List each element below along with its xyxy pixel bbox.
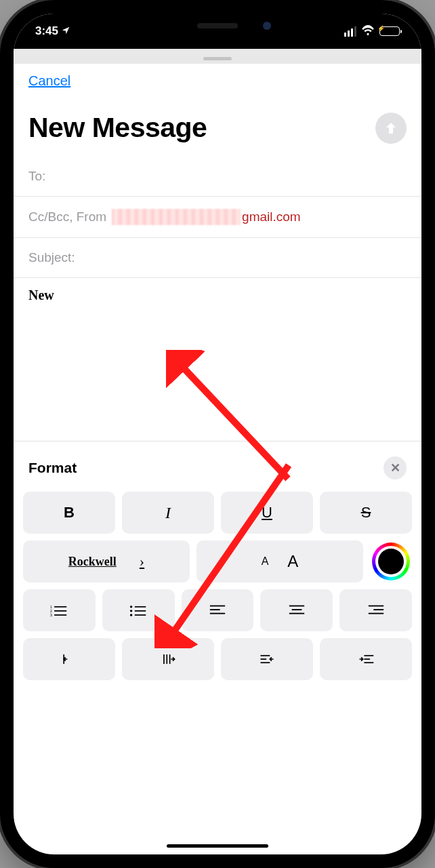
format-panel-title: Format — [28, 460, 77, 476]
bullet-list-icon — [129, 604, 147, 617]
color-swatch-icon — [378, 549, 404, 574]
svg-text:3: 3 — [50, 613, 52, 617]
format-keyboard: B I U S Rockwell › A A — [14, 489, 421, 688]
bullet-list-button[interactable] — [102, 589, 175, 631]
location-icon — [61, 26, 70, 37]
font-size-small-icon: A — [262, 555, 269, 568]
underline-button[interactable]: U — [221, 492, 313, 534]
indent-button[interactable] — [122, 638, 214, 680]
align-right-icon — [367, 604, 385, 617]
notch — [140, 14, 295, 38]
arrow-up-icon — [383, 120, 399, 136]
home-indicator[interactable] — [167, 844, 268, 848]
cancel-button[interactable]: Cancel — [28, 73, 70, 88]
align-center-icon — [288, 604, 306, 617]
status-time: 3:45 — [35, 24, 58, 38]
sheet-grabber[interactable] — [203, 57, 232, 60]
align-left-icon — [209, 604, 226, 617]
subject-label: Subject: — [28, 250, 75, 265]
close-format-button[interactable]: ✕ — [384, 456, 407, 479]
cellular-icon — [344, 26, 357, 37]
body-text: New — [28, 288, 54, 302]
font-picker-button[interactable]: Rockwell › — [23, 540, 190, 583]
strikethrough-button[interactable]: S — [320, 492, 412, 534]
page-title: New Message — [28, 112, 207, 144]
font-size-button[interactable]: A A — [196, 540, 363, 583]
chevron-right-icon: › — [140, 553, 144, 570]
indent-icon — [159, 652, 177, 666]
svg-point-6 — [130, 606, 132, 608]
increase-quote-icon — [357, 652, 375, 666]
ccbcc-label: Cc/Bcc, From — [28, 210, 106, 224]
italic-button[interactable]: I — [122, 492, 214, 534]
svg-point-7 — [130, 610, 132, 612]
close-icon: ✕ — [390, 460, 400, 475]
decrease-quote-icon — [258, 652, 276, 666]
sheet-background — [14, 49, 421, 64]
phone-frame: 3:45 Cancel — [0, 0, 435, 868]
align-right-button[interactable] — [339, 589, 412, 631]
svg-text:2: 2 — [50, 609, 52, 613]
screen: 3:45 Cancel — [14, 14, 421, 854]
increase-quote-button[interactable] — [320, 638, 412, 680]
svg-point-8 — [130, 614, 132, 616]
send-button[interactable] — [375, 113, 407, 144]
to-field[interactable]: To: — [14, 156, 421, 197]
ccbcc-field[interactable]: Cc/Bcc, From gmail.com — [14, 197, 421, 238]
decrease-quote-button[interactable] — [221, 638, 313, 680]
bold-button[interactable]: B — [23, 492, 115, 534]
outdent-icon — [60, 652, 78, 666]
font-size-large-icon: A — [287, 552, 298, 571]
outdent-button[interactable] — [23, 638, 115, 680]
svg-text:1: 1 — [50, 605, 52, 609]
wifi-icon — [361, 24, 375, 39]
battery-icon — [379, 26, 400, 36]
text-color-button[interactable] — [370, 540, 412, 583]
subject-field[interactable]: Subject: — [14, 238, 421, 278]
message-body[interactable]: New — [14, 278, 421, 441]
align-left-button[interactable] — [182, 589, 254, 631]
font-name-label: Rockwell — [68, 555, 117, 569]
from-email-domain: gmail.com — [242, 210, 301, 224]
numbered-list-button[interactable]: 123 — [23, 589, 96, 631]
redacted-email — [112, 209, 241, 225]
numbered-list-icon: 123 — [50, 604, 68, 617]
to-label: To: — [28, 169, 45, 184]
align-center-button[interactable] — [260, 589, 333, 631]
